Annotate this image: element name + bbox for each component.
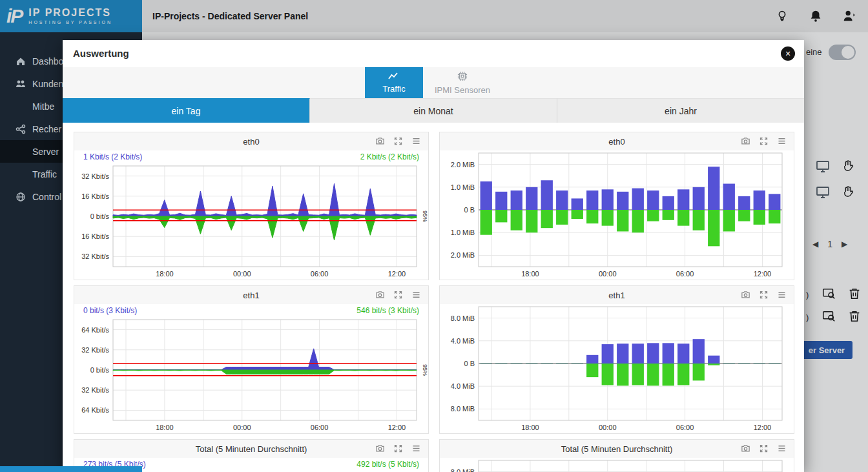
charts-grid: eth01 Kbit/s (2 Kbit/s)2 Kbit/s (2 Kbit/… [63,123,804,472]
expand-icon[interactable] [759,444,769,454]
svg-text:06:00: 06:00 [311,424,329,431]
camera-icon[interactable] [741,136,751,147]
svg-text:2.0 MiB: 2.0 MiB [451,251,475,259]
camera-icon[interactable] [741,290,751,300]
svg-text:06:00: 06:00 [676,424,694,431]
svg-text:32 Kbit/s: 32 Kbit/s [81,346,109,354]
svg-text:64 Kbit/s: 64 Kbit/s [81,406,109,414]
svg-text:00:00: 00:00 [233,424,251,431]
svg-text:18:00: 18:00 [521,270,539,278]
svg-text:12:00: 12:00 [754,270,772,278]
traffic-chart-total-bars: 8.0 MiB4.0 MiB0 B4.0 MiB8.0 MiB18:0000:0… [440,458,794,472]
svg-text:00:00: 00:00 [599,424,617,431]
svg-text:12:00: 12:00 [388,270,406,278]
expand-icon[interactable] [393,290,404,300]
tab-label: IPMI Sensoren [435,85,490,95]
camera-icon[interactable] [375,290,386,300]
camera-icon[interactable] [741,444,751,454]
svg-text:32 Kbit/s: 32 Kbit/s [81,172,109,180]
expand-icon[interactable] [759,290,769,300]
chart-subtitle-row: 0 bit/s (3 Kbit/s)546 bit/s (3 Kbit/s) [74,304,428,317]
modal-title: Auswertung [73,40,129,67]
svg-text:18:00: 18:00 [156,424,174,431]
outbound-rate-label: 546 bit/s (3 Kbit/s) [356,306,419,315]
chip-icon [457,71,468,83]
svg-text:32 Kbit/s: 32 Kbit/s [81,252,109,260]
expand-icon[interactable] [393,444,404,454]
svg-text:00:00: 00:00 [599,270,617,278]
expand-icon[interactable] [393,136,404,147]
chart-panel-eth1-line: eth10 bit/s (3 Kbit/s)546 bit/s (3 Kbit/… [74,285,429,434]
chart-panel-header: eth1 [440,286,794,304]
svg-text:16 Kbit/s: 16 Kbit/s [81,192,109,200]
outbound-rate-label: 2 Kbit/s (2 Kbit/s) [360,152,419,161]
chart-panel-total-bars: Total (5 Minuten Durchschnitt)8.0 MiB4.0… [439,439,794,472]
chart-title: eth0 [608,137,625,147]
hamburger-menu-icon[interactable] [411,290,422,300]
chart-panel-header: Total (5 Minuten Durchschnitt) [74,440,428,458]
svg-text:8.0 MiB: 8.0 MiB [451,468,475,472]
tab-ein-monat[interactable]: ein Monat [310,98,557,123]
chart-panel-eth1-bars: eth18.0 MiB4.0 MiB0 B4.0 MiB8.0 MiB18:00… [439,285,794,434]
sidebar-footer-bar[interactable] [0,466,142,472]
inbound-rate-label: 0 bit/s (3 Kbit/s) [83,306,137,315]
svg-text:0 bit/s: 0 bit/s [90,366,110,374]
period-tabs: ein Tag ein Monat ein Jahr [63,98,804,123]
hamburger-menu-icon[interactable] [411,444,422,454]
chart-panel-eth0-line: eth01 Kbit/s (2 Kbit/s)2 Kbit/s (2 Kbit/… [74,132,429,280]
svg-text:8.0 MiB: 8.0 MiB [451,405,475,413]
modal-header: Auswertung ✕ [63,40,804,67]
chart-panel-header: eth1 [74,286,428,304]
svg-text:0 B: 0 B [464,206,475,214]
svg-text:00:00: 00:00 [233,270,251,278]
hamburger-menu-icon[interactable] [411,136,422,147]
main-tabs: Traffic IPMI Sensoren [63,67,804,98]
svg-text:4.0 MiB: 4.0 MiB [451,337,475,345]
svg-text:06:00: 06:00 [676,270,694,278]
svg-text:18:00: 18:00 [521,424,539,431]
chart-title: Total (5 Minuten Durchschnitt) [196,444,307,454]
chart-title: eth1 [608,291,625,300]
auswertung-modal: Auswertung ✕ Traffic IPMI S [63,40,804,472]
svg-text:1.0 MiB: 1.0 MiB [451,229,475,236]
svg-text:95%: 95% [422,364,428,376]
chart-panel-header: eth0 [74,132,428,150]
tab-ipmi-sensoren[interactable]: IPMI Sensoren [423,67,502,98]
svg-text:12:00: 12:00 [388,424,406,431]
svg-text:18:00: 18:00 [156,270,174,278]
camera-icon[interactable] [375,444,386,454]
tab-ein-tag[interactable]: ein Tag [63,98,310,123]
traffic-chart-eth1-line: 64 Kbit/s32 Kbit/s0 bit/s32 Kbit/s64 Kbi… [74,317,428,434]
hamburger-menu-icon[interactable] [777,136,787,147]
svg-text:12:00: 12:00 [754,424,772,431]
chart-panel-header: eth0 [440,132,794,150]
line-chart-icon [388,72,400,82]
svg-text:1.0 MiB: 1.0 MiB [451,183,475,191]
tab-label: Traffic [382,84,405,94]
chart-title: eth1 [243,291,259,300]
svg-text:0 B: 0 B [464,360,475,367]
hamburger-menu-icon[interactable] [777,444,787,454]
close-icon[interactable]: ✕ [781,46,795,61]
svg-text:8.0 MiB: 8.0 MiB [451,314,475,322]
chart-subtitle-row: 1 Kbit/s (2 Kbit/s)2 Kbit/s (2 Kbit/s) [74,150,428,163]
chart-panel-header: Total (5 Minuten Durchschnitt) [440,440,794,458]
hamburger-menu-icon[interactable] [777,290,787,300]
svg-text:64 Kbit/s: 64 Kbit/s [81,326,109,334]
expand-icon[interactable] [759,136,769,147]
svg-text:16 Kbit/s: 16 Kbit/s [81,232,109,240]
svg-text:0 bit/s: 0 bit/s [90,212,110,220]
svg-text:4.0 MiB: 4.0 MiB [451,382,475,390]
tab-ein-jahr[interactable]: ein Jahr [557,98,804,123]
chart-panel-eth0-bars: eth02.0 MiB1.0 MiB0 B1.0 MiB2.0 MiB18:00… [439,132,794,280]
outbound-rate-label: 492 bit/s (5 Kbit/s) [356,460,419,469]
svg-text:95%: 95% [422,210,428,222]
chart-title: eth0 [243,137,259,147]
svg-text:06:00: 06:00 [311,270,329,278]
traffic-chart-eth1-bars: 8.0 MiB4.0 MiB0 B4.0 MiB8.0 MiB18:0000:0… [440,304,794,434]
traffic-chart-eth0-bars: 2.0 MiB1.0 MiB0 B1.0 MiB2.0 MiB18:0000:0… [440,150,794,280]
tab-traffic[interactable]: Traffic [365,67,423,98]
page: iP IP PROJECTS HOSTING BY PASSION IP-Pro… [0,0,868,472]
svg-text:2.0 MiB: 2.0 MiB [451,161,475,169]
camera-icon[interactable] [375,136,386,147]
